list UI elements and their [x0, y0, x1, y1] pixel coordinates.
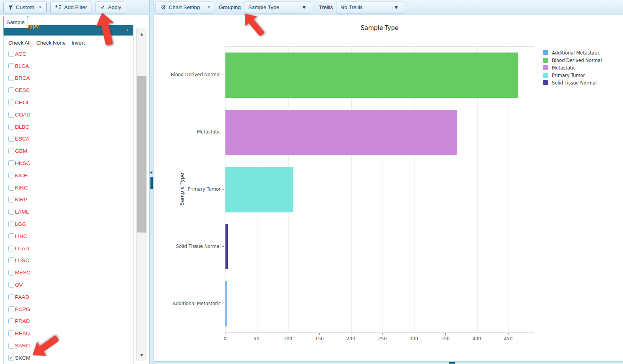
legend-swatch — [543, 80, 548, 85]
tumor-type-option-BLCA[interactable]: BLCA — [4, 60, 133, 72]
checkbox-DLBC[interactable] — [8, 124, 14, 130]
tumor-type-option-OV[interactable]: OV — [4, 279, 133, 291]
x-tick-mark-350 — [445, 333, 446, 335]
tumor-type-label: PRAD — [15, 318, 30, 324]
checkbox-GBM[interactable] — [8, 148, 14, 154]
chart-setting-button[interactable]: ⚙ Chart Setting — [156, 2, 205, 13]
checkbox-OV[interactable] — [8, 282, 14, 288]
grouping-select[interactable]: Sample Type ▼ — [244, 2, 311, 13]
x-tick-mark-450 — [508, 333, 509, 335]
legend-label: Blood Derived Normal — [552, 58, 602, 63]
tumor-type-option-CESC[interactable]: CESC — [4, 84, 133, 96]
tumor-type-option-SKCM[interactable]: ✓SKCM — [4, 352, 133, 364]
checkbox-LUAD[interactable] — [8, 246, 14, 251]
tumor-type-option-DLBC[interactable]: DLBC — [4, 121, 133, 133]
tumor-type-label: ACC — [15, 51, 26, 57]
checkbox-HNSC[interactable] — [8, 160, 14, 166]
tumor-type-option-SARC[interactable]: SARC — [4, 340, 133, 352]
checkbox-KIRC[interactable] — [8, 185, 14, 191]
x-tick-mark-200 — [351, 333, 351, 335]
tumor-type-option-PCPG[interactable]: PCPG — [4, 303, 133, 315]
legend-swatch — [543, 73, 548, 78]
vertical-splitter[interactable] — [149, 0, 154, 364]
gear-icon: ⚙ — [161, 4, 166, 10]
check-all-link[interactable]: Check All — [8, 40, 30, 46]
tumor-type-label: LAML — [15, 209, 29, 215]
tumor-type-option-BRCA[interactable]: BRCA — [4, 72, 133, 84]
checkbox-MESO[interactable] — [8, 270, 14, 276]
tumor-type-label: ESCA — [15, 136, 30, 142]
x-tick-label-100: 100 — [283, 336, 292, 341]
checkbox-KIRP[interactable] — [8, 197, 14, 203]
tumor-type-option-COAD[interactable]: COAD — [4, 109, 133, 121]
checkbox-READ[interactable] — [8, 330, 14, 336]
tumor-type-label: KIRP — [15, 197, 28, 203]
check-none-link[interactable]: Check None — [36, 40, 66, 46]
bar-solid-tissue-normal[interactable] — [225, 224, 228, 269]
collapse-left-icon[interactable] — [150, 171, 152, 174]
tumor-type-option-LIHC[interactable]: LIHC — [4, 230, 133, 242]
tumor-type-label: BLCA — [15, 63, 29, 69]
tumor-type-option-MESO[interactable]: MESO — [4, 266, 133, 279]
tab-sample[interactable]: Sample — [3, 16, 28, 28]
checkbox-CHOL[interactable] — [8, 99, 14, 105]
tumor-type-option-LGG[interactable]: LGG — [4, 218, 133, 230]
tumor-type-option-PAAD[interactable]: PAAD — [4, 291, 133, 303]
tumor-type-option-KIRC[interactable]: KIRC — [4, 182, 133, 194]
tumor-type-option-PRAD[interactable]: PRAD — [4, 315, 133, 328]
checkbox-LIHC[interactable] — [8, 233, 14, 239]
invert-link[interactable]: Invert — [71, 40, 85, 46]
tumor-type-option-ACC[interactable]: ACC — [4, 48, 133, 60]
tumor-type-label: KICH — [15, 173, 28, 178]
checkbox-CESC[interactable] — [8, 87, 14, 93]
horizontal-splitter-grip[interactable] — [449, 362, 455, 364]
checkbox-LAML[interactable] — [8, 209, 14, 215]
bar-blood-derived-normal[interactable] — [225, 53, 518, 98]
tumor-type-label: COAD — [15, 112, 30, 118]
checkbox-ESCA[interactable] — [8, 136, 14, 142]
checkbox-LGG[interactable] — [8, 221, 14, 227]
app-window: Custom ▼ Add Filter ✓ Apply ⚙ Chart Sett… — [0, 0, 623, 364]
trellis-select[interactable]: No Trellis ▼ — [336, 2, 403, 13]
bar-primary-tumor[interactable] — [225, 167, 293, 212]
bar-metastatic[interactable] — [225, 110, 457, 155]
x-tick-mark-400 — [477, 333, 477, 335]
sort-asc-icon: ▲ — [126, 28, 129, 32]
checkbox-SARC[interactable] — [8, 343, 14, 349]
checkbox-SKCM[interactable]: ✓ — [8, 355, 14, 361]
checkbox-PAAD[interactable] — [8, 294, 14, 300]
tumor-type-option-LUAD[interactable]: LUAD — [4, 242, 133, 255]
scrollbar-thumb[interactable] — [137, 76, 146, 233]
horizontal-splitter[interactable] — [154, 361, 623, 364]
custom-filter-button[interactable]: Custom ▼ — [3, 2, 47, 13]
bar-additional-metastatic[interactable] — [225, 281, 227, 326]
x-tick-mark-250 — [382, 333, 383, 335]
checkbox-LUSC[interactable] — [8, 257, 14, 263]
tumor-type-option-LUSC[interactable]: LUSC — [4, 255, 133, 267]
checkbox-KICH[interactable] — [8, 173, 14, 178]
tumor-type-option-CHOL[interactable]: CHOL — [4, 96, 133, 109]
tumor-type-option-KICH[interactable]: KICH — [4, 169, 133, 182]
scroll-down-button[interactable]: ▼ — [137, 350, 147, 360]
tumor-type-option-GBM[interactable]: GBM — [4, 145, 133, 157]
tumor-type-label: KIRC — [15, 185, 28, 191]
checkbox-PRAD[interactable] — [8, 318, 14, 324]
vertical-splitter-grip[interactable] — [150, 177, 153, 189]
checkbox-ACC[interactable] — [8, 51, 14, 57]
tumor-type-option-READ[interactable]: READ — [4, 327, 133, 340]
tumor-type-option-ESCA[interactable]: ESCA — [4, 133, 133, 145]
checkbox-BRCA[interactable] — [8, 75, 14, 81]
x-tick-label-200: 200 — [347, 336, 355, 341]
scroll-up-button[interactable]: ▲ — [137, 29, 147, 39]
sidebar-scrollbar[interactable]: ▲ ▼ — [136, 28, 147, 361]
tumor-type-option-KIRP[interactable]: KIRP — [4, 194, 133, 206]
tumor-type-option-HNSC[interactable]: HNSC — [4, 157, 133, 169]
add-filter-button[interactable]: Add Filter — [50, 2, 92, 13]
add-filter-label: Add Filter — [64, 4, 87, 10]
checkbox-BLCA[interactable] — [8, 63, 14, 69]
checkbox-COAD[interactable] — [8, 112, 14, 118]
chart-setting-dropdown-button[interactable]: ▼ — [203, 2, 213, 13]
y-tick-mark — [222, 189, 224, 190]
tumor-type-option-LAML[interactable]: LAML — [4, 206, 133, 218]
checkbox-PCPG[interactable] — [8, 306, 14, 312]
